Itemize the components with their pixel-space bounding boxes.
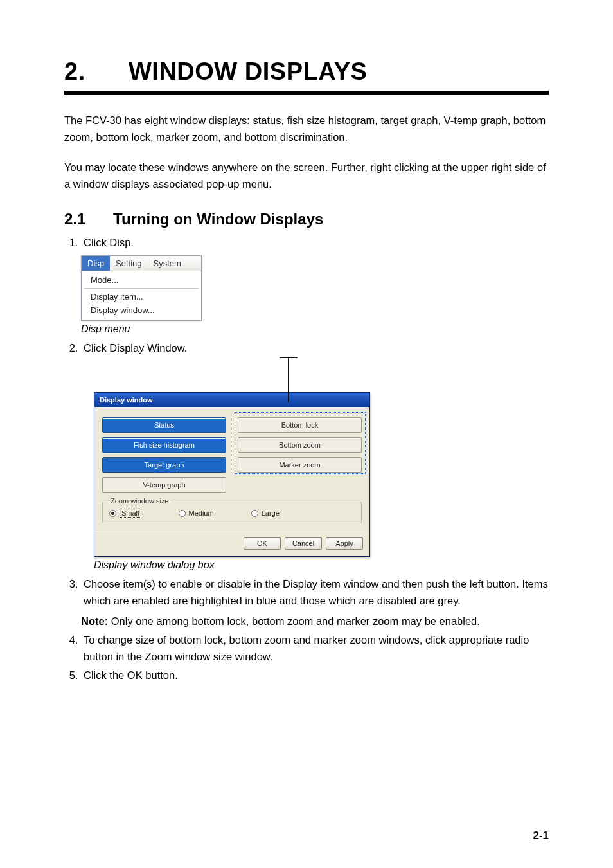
display-window-figure: Display window Status Bottom lock Fish s… [94, 365, 549, 557]
page-number: 2-1 [533, 829, 549, 842]
apply-button[interactable]: Apply [326, 537, 363, 550]
dialog-button-row: OK Cancel Apply [94, 530, 369, 556]
radio-dot-icon [109, 510, 116, 517]
callout-line [288, 357, 289, 402]
option-status[interactable]: Status [102, 417, 226, 433]
dialog-titlebar: Display window [94, 393, 369, 407]
section-heading: 2.1Turning on Window Displays [64, 210, 549, 228]
section-number: 2.1 [64, 210, 113, 228]
note-label: Note: [81, 615, 108, 627]
radio-dot-icon [179, 510, 186, 517]
zoom-window-size-legend: Zoom window size [108, 497, 171, 505]
zoom-size-radios: Small Medium Large [109, 509, 355, 518]
disp-dropdown: Mode... Display item... Display window..… [82, 271, 201, 320]
heading-rule [64, 91, 549, 95]
option-bottom-zoom[interactable]: Bottom zoom [238, 437, 362, 453]
callout-tick [280, 357, 298, 358]
steps-list: Click Disp. [64, 235, 549, 251]
option-marker-zoom[interactable]: Marker zoom [238, 457, 362, 473]
cancel-button[interactable]: Cancel [285, 537, 322, 550]
zoom-window-size-group: Zoom window size Small Medium Large [102, 502, 362, 523]
step-4: To change size of bottom lock, bottom zo… [81, 632, 549, 665]
step-2: Click Display Window. [81, 340, 549, 357]
step-1: Click Disp. [81, 235, 549, 251]
note-line: Note: Only one among bottom lock, bottom… [81, 613, 549, 630]
option-fish-size-histogram[interactable]: Fish size histogram [102, 437, 226, 453]
option-bottom-lock[interactable]: Bottom lock [238, 417, 362, 433]
ok-button[interactable]: OK [244, 537, 281, 550]
step-3: Choose item(s) to enable or disable in t… [81, 576, 549, 609]
menubar: Disp Setting System [82, 256, 201, 271]
radio-medium[interactable]: Medium [179, 509, 214, 517]
display-window-dialog: Display window Status Bottom lock Fish s… [94, 392, 370, 557]
disp-menu: Disp Setting System Mode... Display item… [81, 255, 202, 321]
radio-large-label: Large [262, 509, 280, 517]
menu-item-display-item[interactable]: Display item... [82, 290, 201, 303]
option-target-graph[interactable]: Target graph [102, 457, 226, 473]
menubar-item-disp[interactable]: Disp [82, 256, 110, 271]
note-text: Only one among bottom lock, bottom zoom … [108, 615, 480, 627]
option-v-temp-graph[interactable]: V-temp graph [102, 477, 226, 493]
chapter-heading: 2.WINDOW DISPLAYS [64, 58, 549, 86]
intro-paragraph-2: You may locate these windows anywhere on… [64, 159, 549, 192]
chapter-title: WINDOW DISPLAYS [129, 58, 367, 85]
disp-menu-caption: Disp menu [81, 323, 549, 335]
menu-item-mode[interactable]: Mode... [82, 273, 201, 287]
disp-menu-figure: Disp Setting System Mode... Display item… [81, 255, 549, 321]
menu-item-display-window[interactable]: Display window... [82, 303, 201, 317]
section-title: Turning on Window Displays [113, 210, 323, 228]
radio-large[interactable]: Large [251, 509, 280, 517]
dialog-client: Status Bottom lock Fish size histogram B… [94, 407, 369, 530]
radio-small-label: Small [120, 509, 141, 518]
steps-list-2: Click Display Window. [64, 340, 549, 357]
menubar-item-setting[interactable]: Setting [110, 256, 147, 271]
steps-list-3: Choose item(s) to enable or disable in t… [64, 576, 549, 609]
radio-small[interactable]: Small [109, 509, 141, 518]
menubar-item-system[interactable]: System [148, 256, 187, 271]
display-window-caption: Display window dialog box [94, 559, 549, 571]
radio-dot-icon [251, 510, 258, 517]
steps-list-4: To change size of bottom lock, bottom zo… [64, 632, 549, 684]
display-options-grid: Status Bottom lock Fish size histogram B… [102, 417, 362, 493]
step-5: Click the OK button. [81, 667, 549, 684]
intro-paragraph-1: The FCV-30 has eight window displays: st… [64, 113, 549, 145]
radio-medium-label: Medium [189, 509, 214, 517]
menu-separator [84, 288, 199, 289]
chapter-number: 2. [64, 58, 129, 86]
